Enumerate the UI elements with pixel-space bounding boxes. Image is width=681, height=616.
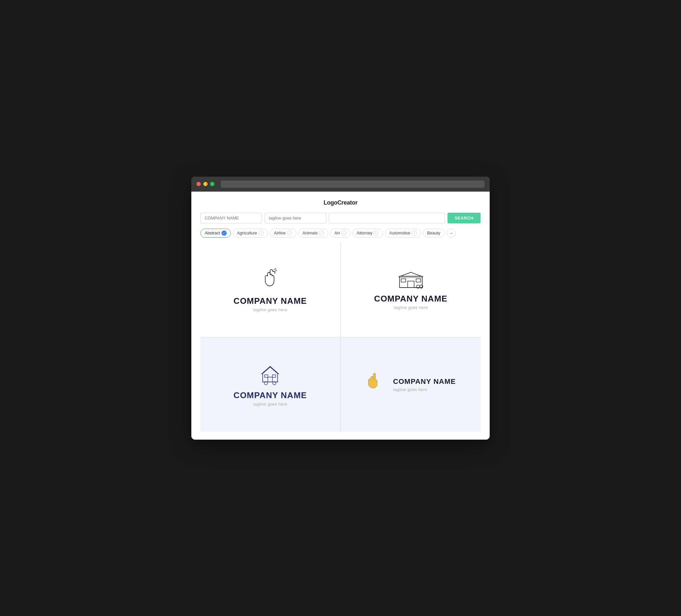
svg-rect-10 [268, 377, 272, 382]
logo-icon-1 [259, 267, 281, 291]
logo-2-company-name: COMPANY NAME [374, 294, 448, 304]
filter-label-attorney: Attorney [357, 231, 372, 235]
filter-label-beauty: Beauty [427, 231, 440, 235]
check-icon-abstract: ✓ [222, 231, 227, 236]
logo-4-text: COMPANY NAME tagline goes here [393, 377, 456, 392]
address-bar[interactable] [221, 181, 484, 188]
logo-card-4[interactable]: COMPANY NAME tagline goes here [341, 338, 481, 432]
search-bar: SEARCH [200, 213, 481, 223]
maximize-button[interactable] [210, 182, 215, 186]
logo-4-company-name: COMPANY NAME [393, 377, 456, 386]
browser-titlebar [191, 177, 490, 191]
tagline-input[interactable] [264, 213, 326, 223]
logo-2-tagline: tagline goes here [394, 305, 428, 310]
filter-label-automotive: Automotive [389, 231, 410, 235]
svg-rect-5 [401, 279, 406, 282]
check-icon-animals: ✓ [319, 231, 324, 236]
filter-label-airline: Airline [274, 231, 286, 235]
company-name-input[interactable] [200, 213, 262, 223]
filter-chip-beauty[interactable]: Beauty [423, 229, 444, 237]
logo-4-inline-layout: COMPANY NAME tagline goes here [366, 372, 456, 397]
logo-card-3[interactable]: COMPANY NAME tagline goes here [200, 338, 340, 432]
svg-line-1 [275, 271, 277, 271]
filter-chip-art[interactable]: Art ✓ [330, 229, 351, 238]
svg-rect-12 [272, 375, 276, 377]
logo-3-company-name: COMPANY NAME [233, 390, 307, 401]
filter-more-button[interactable]: → [447, 229, 456, 238]
logo-3-tagline: tagline goes here [253, 402, 287, 407]
logo-icon-2 [398, 270, 424, 289]
svg-point-16 [374, 373, 375, 374]
filter-chip-animals[interactable]: Animals ✓ [298, 229, 328, 238]
check-icon-airline: ✓ [287, 231, 292, 236]
logo-4-tagline: tagline goes here [393, 387, 456, 392]
filter-chip-agriculture[interactable]: Agriculture ✓ [233, 229, 268, 238]
logo-1-company-name: COMPANY NAME [233, 296, 307, 306]
check-icon-attorney: ✓ [374, 231, 379, 236]
app-content: LogoCreator SEARCH Abstract ✓ Agricultur… [191, 191, 490, 440]
filter-label-abstract: Abstract [205, 231, 220, 235]
check-icon-art: ✓ [341, 231, 346, 236]
close-button[interactable] [197, 182, 201, 186]
filter-chip-attorney[interactable]: Attorney ✓ [353, 229, 383, 238]
search-button[interactable]: SEARCH [448, 213, 481, 223]
minimize-button[interactable] [203, 182, 207, 186]
svg-rect-11 [264, 375, 268, 377]
filter-chip-abstract[interactable]: Abstract ✓ [200, 229, 231, 238]
check-icon-automotive: ✓ [411, 231, 417, 236]
logo-icon-3 [259, 363, 281, 386]
logo-grid: COMPANY NAME tagline goes here [200, 243, 481, 432]
category-filters: Abstract ✓ Agriculture ✓ Airline ✓ Anima… [200, 229, 481, 238]
logo-icon-4 [366, 372, 388, 393]
extra-input[interactable] [329, 213, 445, 223]
logo-card-1[interactable]: COMPANY NAME tagline goes here [200, 243, 340, 337]
svg-rect-6 [416, 279, 421, 282]
app-title: LogoCreator [200, 199, 481, 206]
svg-rect-4 [408, 281, 414, 288]
filter-label-art: Art [334, 231, 340, 235]
logo-1-tagline: tagline goes here [253, 307, 287, 312]
logo-card-2[interactable]: COMPANY NAME tagline goes here [341, 243, 481, 337]
filter-chip-automotive[interactable]: Automotive ✓ [385, 229, 421, 238]
filter-label-animals: Animals [303, 231, 318, 235]
filter-chip-airline[interactable]: Airline ✓ [270, 229, 296, 238]
browser-window: LogoCreator SEARCH Abstract ✓ Agricultur… [191, 177, 490, 440]
filter-label-agriculture: Agriculture [237, 231, 257, 235]
check-icon-agriculture: ✓ [258, 231, 263, 236]
